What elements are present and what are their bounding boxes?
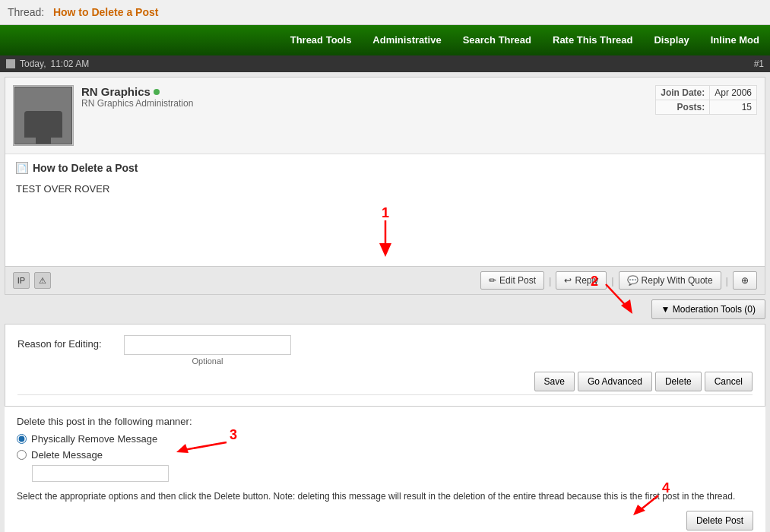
nav-inline-mod[interactable]: Inline Mod — [700, 25, 770, 55]
nav-search-thread[interactable]: Search Thread — [452, 25, 542, 55]
svg-text:4: 4 — [662, 480, 670, 496]
edit-panel: Reason for Editing: Optional Save Go Adv… — [5, 324, 765, 407]
delete-post-row: 4 Delete Post — [17, 511, 753, 530]
join-date-label: Join Date: — [656, 86, 710, 100]
page-title-bar: Thread: How to Delete a Post — [0, 0, 770, 25]
edit-post-button[interactable]: ✏ Edit Post — [480, 271, 544, 290]
post-join-info: Join Date: Apr 2006 Posts: 15 — [655, 85, 757, 115]
nav-bar: Thread Tools Administrative Search Threa… — [0, 25, 770, 55]
physically-remove-radio[interactable] — [17, 434, 27, 444]
post-actions-left: IP ⚠ — [13, 272, 51, 289]
divider-1: | — [549, 275, 551, 287]
arrow-2-svg: 2 — [583, 272, 644, 318]
svg-text:1: 1 — [381, 205, 388, 220]
post-username: RN Graphics — [81, 85, 655, 98]
edit-reason-row: Reason for Editing: Optional — [17, 335, 753, 366]
post-user-title: RN Graphics Administration — [81, 98, 655, 109]
cancel-button[interactable]: Cancel — [705, 372, 753, 391]
join-date-value: Apr 2006 — [710, 86, 757, 100]
svg-marker-8 — [176, 444, 189, 453]
delete-button[interactable]: Delete — [655, 372, 702, 391]
post-body: TEST OVER ROVER — [16, 180, 754, 198]
edit-icon: ✏ — [489, 275, 496, 286]
post-actions-bar: IP ⚠ ✏ Edit Post | ↩ Reply | 💬 — [5, 266, 765, 294]
nav-thread-tools[interactable]: Thread Tools — [280, 25, 363, 55]
svg-line-7 — [184, 442, 227, 450]
posts-value: 15 — [710, 100, 757, 115]
post-title-line: 📄 How to Delete a Post — [16, 162, 754, 174]
divider-3: | — [726, 275, 728, 287]
svg-marker-2 — [379, 243, 391, 257]
post-meta-bar: Today, 11:02 AM #1 — [0, 55, 770, 72]
multipost-icon: ⊕ — [741, 275, 749, 286]
posts-label: Posts: — [656, 100, 710, 115]
delete-message-row: Delete Message — [17, 449, 753, 461]
moderation-tools-button[interactable]: ▼ Moderation Tools (0) — [651, 299, 765, 319]
post-time: Today, 11:02 AM — [6, 59, 89, 69]
post-user-info: RN Graphics RN Graphics Administration — [81, 85, 655, 109]
reply-icon: ↩ — [564, 275, 572, 286]
post-number: #1 — [754, 59, 764, 69]
delete-post-button[interactable]: Delete Post — [686, 511, 753, 530]
arrow-4-svg: 4 — [616, 480, 692, 518]
post-title-text: How to Delete a Post — [33, 162, 138, 174]
post-title-icon: 📄 — [16, 162, 28, 174]
reason-input-wrap: Optional — [124, 335, 291, 366]
edit-buttons-row: Save Go Advanced Delete Cancel — [17, 372, 753, 395]
post-time-label: Today, — [20, 59, 46, 69]
optional-label: Optional — [124, 356, 291, 366]
thread-title: How to Delete a Post — [53, 6, 158, 18]
thread-label: Thread: — [8, 6, 44, 18]
reason-label: Reason for Editing: — [17, 335, 116, 350]
reason-input[interactable] — [124, 335, 291, 355]
nav-administrative[interactable]: Administrative — [362, 25, 452, 55]
svg-text:3: 3 — [230, 427, 237, 442]
post-header: RN Graphics RN Graphics Administration J… — [5, 78, 765, 154]
delete-section: Delete this post in the following manner… — [5, 407, 765, 532]
delete-message-label: Delete Message — [31, 449, 103, 461]
multipost-button[interactable]: ⊕ — [733, 271, 757, 290]
svg-text:2: 2 — [591, 274, 598, 289]
physically-remove-row: Physically Remove Message 3 — [17, 433, 753, 445]
arrow-1-svg: 1 — [363, 205, 408, 258]
report-icon[interactable]: ⚠ — [34, 272, 51, 289]
post-content: 📄 How to Delete a Post TEST OVER ROVER 1 — [5, 154, 765, 266]
physically-remove-label: Physically Remove Message — [31, 433, 157, 445]
arrow-3-svg: 3 — [169, 427, 275, 458]
go-advanced-button[interactable]: Go Advanced — [578, 372, 652, 391]
delete-manner-label: Delete this post in the following manner… — [17, 416, 753, 427]
avatar — [13, 85, 74, 146]
ip-icon[interactable]: IP — [13, 272, 30, 289]
delete-message-radio[interactable] — [17, 450, 27, 460]
nav-display[interactable]: Display — [643, 25, 699, 55]
online-indicator — [154, 89, 160, 95]
main-wrapper: RN Graphics RN Graphics Administration J… — [0, 72, 770, 532]
save-button[interactable]: Save — [534, 372, 575, 391]
post-icon — [6, 59, 15, 68]
post-container: RN Graphics RN Graphics Administration J… — [5, 77, 765, 295]
delete-reason-input[interactable] — [32, 465, 169, 482]
nav-rate-thread[interactable]: Rate This Thread — [542, 25, 643, 55]
post-time-value: 11:02 AM — [50, 59, 89, 69]
